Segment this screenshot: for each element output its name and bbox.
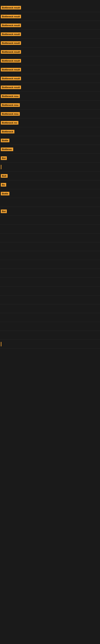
bottleneck-result-badge[interactable]: Bottleneck result	[1, 41, 21, 45]
bottleneck-result-badge[interactable]: Bottleneck	[1, 130, 14, 134]
list-item	[0, 269, 100, 278]
list-item: Bott	[0, 172, 100, 180]
list-item: Bottleneck result	[0, 74, 100, 83]
list-item: Bot	[0, 154, 100, 162]
list-item	[0, 234, 100, 242]
list-item	[0, 286, 100, 296]
bottleneck-result-badge[interactable]: Bottleneck resu	[1, 112, 20, 116]
list-item	[0, 162, 100, 172]
list-item: Bottleneck res	[0, 118, 100, 127]
bottleneck-result-badge[interactable]: Bottleneck result	[1, 32, 21, 36]
bottleneck-result-badge[interactable]: Bottleneck resu	[1, 94, 20, 98]
list-item	[0, 198, 100, 207]
list-item	[0, 340, 100, 348]
bottleneck-result-badge[interactable]: Bottle	[1, 139, 9, 142]
bottleneck-result-badge[interactable]: Bottleneck result	[1, 15, 21, 18]
list-item: Bot	[0, 207, 100, 216]
list-item	[0, 322, 100, 331]
bottleneck-result-badge[interactable]: Bottleneck result	[1, 59, 21, 62]
list-item: Bottleneck resu	[0, 100, 100, 110]
list-item: Bottleneck result	[0, 12, 100, 21]
list-item: Bottleneck result	[0, 39, 100, 48]
list-item: Bottleneck resu	[0, 92, 100, 100]
bottleneck-result-badge[interactable]: Bottleneck result	[1, 50, 21, 54]
list-item: Bottle	[0, 189, 100, 198]
list-item	[0, 331, 100, 340]
list-item	[0, 278, 100, 286]
bottleneck-result-badge[interactable]: Bot	[1, 156, 7, 160]
cursor-indicator	[1, 165, 1, 169]
list-item: Bottleneck result	[0, 30, 100, 39]
list-item	[0, 224, 100, 234]
bottleneck-result-badge[interactable]: Bottleneck result	[1, 77, 21, 80]
list-item	[0, 242, 100, 251]
bottleneck-result-badge[interactable]: Bot	[1, 210, 7, 213]
list-item: Bottleneck result	[0, 3, 100, 12]
list-item: Bottleneck result	[0, 83, 100, 92]
list-item: Bo	[0, 180, 100, 189]
bottleneck-result-badge[interactable]: Bottlenec	[1, 148, 13, 151]
bottleneck-result-badge[interactable]: Bottleneck result	[1, 68, 21, 72]
list-item: Bottleneck result	[0, 65, 100, 74]
list-item	[0, 251, 100, 260]
list-item: Bottlenec	[0, 145, 100, 154]
cursor-indicator-2	[1, 342, 1, 346]
list-item	[0, 216, 100, 224]
list-item: Bottleneck	[0, 127, 100, 136]
bottleneck-result-badge[interactable]: Bottleneck res	[1, 121, 18, 124]
list-item	[0, 304, 100, 313]
bottleneck-result-badge[interactable]: Bottleneck result	[1, 6, 21, 10]
list-item: Bottleneck result	[0, 56, 100, 65]
bottleneck-result-badge[interactable]: Bottleneck result	[1, 24, 21, 27]
bottleneck-result-badge[interactable]: Bottleneck resu	[1, 103, 20, 107]
bottleneck-result-badge[interactable]: Bottle	[1, 192, 9, 196]
bottleneck-result-badge[interactable]: Bott	[1, 174, 8, 178]
list-item	[0, 313, 100, 322]
list-item: Bottleneck result	[0, 48, 100, 56]
list-item: Bottle	[0, 136, 100, 145]
bottleneck-result-badge[interactable]: Bottleneck result	[1, 86, 21, 89]
bottleneck-result-badge[interactable]: Bo	[1, 183, 6, 186]
list-item	[0, 260, 100, 269]
site-title	[0, 0, 100, 3]
list-item: Bottleneck result	[0, 21, 100, 30]
list-item	[0, 296, 100, 304]
list-item: Bottleneck resu	[0, 110, 100, 118]
